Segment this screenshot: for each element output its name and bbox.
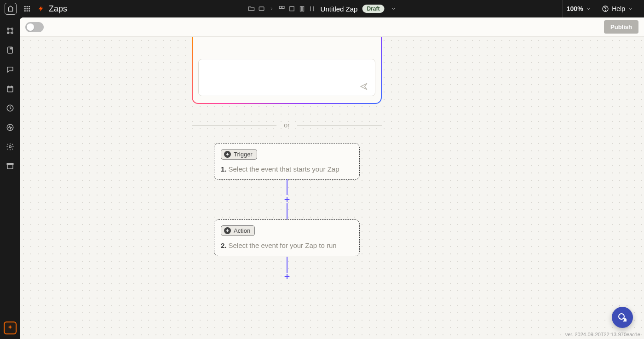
help-label: Help: [612, 5, 625, 12]
connector-line: [287, 203, 288, 219]
subfolder-icon[interactable]: [258, 5, 265, 12]
sparkle-icon: [6, 324, 14, 332]
svg-point-27: [619, 314, 624, 319]
breadcrumb-path-icons: [248, 5, 316, 12]
left-sidebar: [0, 17, 20, 339]
home-button[interactable]: [5, 3, 17, 15]
apps-grid-icon: [23, 5, 31, 12]
add-step-button[interactable]: [283, 196, 291, 203]
svg-rect-13: [300, 6, 302, 11]
action-description: Select the event for your Zap to run: [229, 241, 337, 249]
connector-line: [287, 257, 288, 273]
svg-point-16: [605, 10, 606, 11]
svg-rect-12: [290, 6, 294, 11]
editor-canvas[interactable]: or + Trigger 1.Select the event that sta…: [20, 37, 644, 339]
enable-zap-toggle[interactable]: [25, 22, 44, 32]
trigger-description: Select the event that starts your Zap: [229, 165, 339, 173]
home-icon: [7, 5, 14, 12]
svg-rect-2: [29, 6, 30, 7]
svg-rect-1: [27, 6, 28, 7]
add-step-button[interactable]: [283, 273, 291, 280]
sidebar-calendar-icon[interactable]: [5, 84, 15, 94]
top-bar: Zaps Untitled Zap: [0, 0, 644, 17]
sidebar-notes-icon[interactable]: [5, 45, 15, 55]
sidebar-status-icon[interactable]: [5, 122, 15, 132]
action-description-row: 2.Select the event for your Zap to run: [221, 241, 353, 249]
svg-rect-0: [24, 6, 26, 7]
help-circle-icon: [602, 5, 609, 12]
publish-button[interactable]: Publish: [604, 20, 638, 34]
title-dropdown[interactable]: [391, 6, 396, 11]
breadcrumb-app-icon-2: [288, 5, 296, 12]
sidebar-ai-button[interactable]: [4, 322, 17, 334]
svg-rect-26: [7, 165, 13, 169]
svg-point-20: [11, 32, 12, 34]
trigger-tag[interactable]: + Trigger: [221, 149, 257, 160]
floating-help-bubble[interactable]: [612, 307, 633, 328]
sidebar-editor-icon[interactable]: [5, 26, 15, 36]
version-label: ver. 2024-09-20T22:13-970eac1e: [565, 332, 640, 337]
connector-line: [287, 179, 288, 195]
breadcrumb-app-icon-4: [309, 5, 316, 12]
plus-icon: [283, 273, 291, 280]
sub-bar: Publish: [20, 17, 644, 37]
action-step-card[interactable]: + Action 2.Select the event for your Zap…: [214, 219, 360, 256]
sidebar-chat-icon[interactable]: [5, 64, 15, 75]
trigger-step-number: 1.: [221, 165, 227, 173]
main-area: Publish or: [20, 17, 644, 339]
svg-rect-8: [29, 10, 30, 11]
chevron-down-icon: [391, 6, 396, 11]
action-tag-label: Action: [234, 227, 250, 234]
action-tag[interactable]: + Action: [221, 225, 255, 236]
app-body: Publish or: [0, 17, 644, 339]
plus-circle-icon: +: [224, 151, 231, 158]
top-bar-center: Untitled Zap Draft: [248, 5, 397, 13]
sidebar-history-icon[interactable]: [5, 103, 15, 113]
svg-rect-14: [303, 6, 304, 11]
action-step-number: 2.: [221, 241, 227, 249]
divider-line: [192, 125, 276, 126]
bolt-icon: [38, 5, 44, 13]
chevron-down-icon: [586, 6, 591, 11]
status-badge: Draft: [362, 5, 384, 13]
apps-grid-button[interactable]: [21, 3, 33, 15]
sidebar-archive-icon[interactable]: [5, 161, 15, 171]
help-dropdown[interactable]: Help: [595, 0, 639, 17]
support-chat-icon: [617, 312, 628, 323]
breadcrumb-app-icon: [278, 5, 286, 12]
trigger-step-card[interactable]: + Trigger 1.Select the event that starts…: [214, 143, 360, 180]
svg-rect-5: [29, 8, 30, 10]
top-bar-right: 100% Help: [562, 0, 639, 17]
or-divider: or: [192, 121, 382, 129]
zoom-dropdown[interactable]: 100%: [562, 0, 595, 17]
svg-point-19: [7, 32, 8, 34]
send-icon[interactable]: [359, 82, 368, 91]
svg-point-18: [11, 28, 12, 29]
chevron-down-icon: [628, 6, 633, 11]
ai-prompt-card: [192, 37, 382, 104]
svg-rect-6: [24, 10, 26, 11]
breadcrumb-sep-icon: [268, 5, 276, 12]
top-bar-left: Zaps: [5, 3, 67, 15]
svg-point-28: [624, 318, 627, 321]
svg-rect-9: [259, 7, 264, 11]
zap-title[interactable]: Untitled Zap: [321, 5, 358, 13]
svg-rect-7: [27, 10, 28, 11]
sidebar-settings-icon[interactable]: [5, 142, 15, 152]
or-label: or: [284, 121, 289, 129]
svg-rect-22: [7, 86, 13, 92]
ai-prompt-card-inner: [193, 37, 381, 103]
zoom-label: 100%: [567, 5, 583, 12]
plus-icon: [283, 196, 291, 203]
folder-icon[interactable]: [248, 5, 255, 12]
svg-point-25: [9, 146, 11, 148]
svg-rect-10: [279, 6, 282, 9]
divider-line: [297, 125, 382, 126]
breadcrumb-app-icon-3: [299, 5, 306, 12]
breadcrumb-root[interactable]: Zaps: [49, 4, 67, 14]
svg-point-17: [7, 28, 8, 29]
trigger-tag-label: Trigger: [234, 151, 253, 158]
plus-circle-icon: +: [224, 227, 231, 234]
ai-prompt-input[interactable]: [198, 59, 375, 96]
svg-rect-11: [282, 6, 284, 9]
